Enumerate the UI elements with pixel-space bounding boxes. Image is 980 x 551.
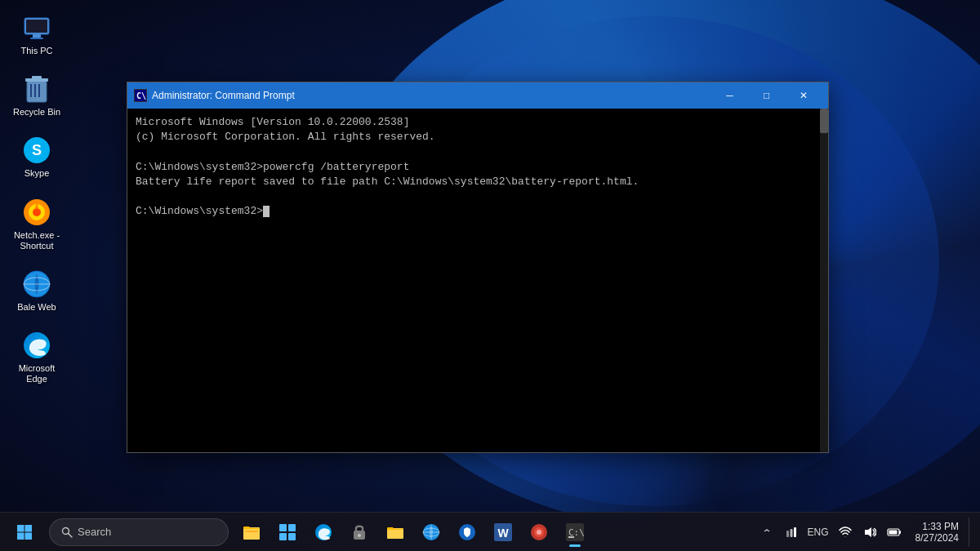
recycle-bin-icon [22, 74, 51, 104]
start-button[interactable] [10, 518, 39, 547]
svg-rect-29 [243, 527, 260, 540]
svg-rect-5 [30, 84, 32, 97]
desktop-icons-area: This PC Recycle Bin S [8, 8, 65, 390]
edge-label: Microsoft Edge [11, 363, 62, 384]
cmd-titlebar-icon: C\ [134, 89, 147, 102]
svg-text:C\: C\ [136, 91, 146, 100]
edge-icon [22, 331, 51, 360]
search-bar[interactable]: Search [49, 518, 229, 546]
this-pc-icon [22, 13, 51, 42]
tray-battery-icon[interactable] [883, 518, 906, 547]
svg-rect-57 [899, 531, 901, 534]
taskbar-app-red[interactable] [523, 516, 555, 549]
cmd-line-7: C:\Windows\system32> [136, 204, 820, 219]
desktop-icon-recycle-bin[interactable]: Recycle Bin [8, 69, 65, 122]
svg-point-14 [33, 208, 41, 216]
svg-rect-26 [25, 532, 33, 540]
tray-language[interactable]: ENG [804, 527, 832, 538]
svg-rect-50 [568, 536, 574, 538]
cmd-line-3 [136, 144, 820, 159]
taskbar-app-settings[interactable] [271, 516, 304, 549]
svg-rect-2 [33, 34, 41, 38]
netch-label: Netch.exe - Shortcut [11, 230, 62, 251]
taskbar-app-security[interactable] [343, 516, 376, 549]
system-tray: ENG [755, 518, 906, 547]
cmd-close-button[interactable]: ✕ [785, 82, 822, 109]
bale-web-icon [22, 269, 51, 299]
desktop-icon-bale-web[interactable]: Bale Web [8, 264, 65, 318]
cmd-line-5: Battery life report saved to file path C… [136, 175, 820, 189]
cmd-scrollbar-thumb [820, 109, 828, 133]
cmd-minimize-button[interactable]: ─ [711, 82, 748, 109]
cmd-line-4: C:\Windows\system32>powercfg /batteryrep… [136, 160, 820, 175]
cmd-title: Administrator: Command Prompt [152, 90, 711, 101]
search-icon [61, 527, 73, 538]
cmd-cursor [263, 206, 270, 217]
svg-point-47 [537, 530, 541, 535]
taskbar-right: ENG [749, 518, 980, 547]
svg-rect-6 [34, 84, 36, 97]
svg-text:S: S [32, 142, 42, 158]
taskbar-app-word[interactable]: W [487, 516, 519, 549]
desktop-icon-this-pc[interactable]: This PC [8, 8, 65, 61]
desktop-icon-netch[interactable]: Netch.exe - Shortcut [8, 193, 65, 256]
taskbar-app-edge[interactable] [307, 516, 340, 549]
taskbar-app-file-explorer[interactable] [235, 516, 268, 549]
cmd-titlebar[interactable]: C\ Administrator: Command Prompt ─ □ ✕ [127, 82, 828, 109]
taskbar-date: 8/27/2024 [915, 532, 959, 544]
datetime[interactable]: 1:33 PM 8/27/2024 [909, 521, 965, 544]
svg-rect-53 [794, 527, 796, 537]
cmd-window: C\ Administrator: Command Prompt ─ □ ✕ M… [127, 82, 829, 453]
taskbar-apps: W C:\ [235, 516, 591, 549]
cmd-maximize-button[interactable]: □ [748, 82, 785, 109]
svg-rect-34 [288, 533, 296, 540]
tray-network-icon[interactable] [780, 518, 803, 547]
svg-rect-25 [17, 532, 24, 540]
recycle-bin-label: Recycle Bin [13, 107, 60, 118]
tray-wifi-icon[interactable] [834, 518, 857, 547]
this-pc-label: This PC [20, 46, 52, 56]
skype-label: Skype [24, 168, 50, 179]
cmd-line-6 [136, 189, 820, 204]
desktop-icon-edge[interactable]: Microsoft Edge [8, 326, 65, 389]
bale-web-label: Bale Web [17, 302, 56, 313]
taskbar-app-cmd[interactable]: C:\ [559, 516, 591, 549]
skype-icon: S [22, 136, 51, 165]
svg-rect-51 [786, 531, 789, 537]
svg-rect-33 [279, 533, 287, 540]
taskbar-time: 1:33 PM [922, 521, 959, 532]
svg-rect-1 [26, 20, 47, 33]
tray-volume-icon[interactable] [858, 518, 881, 547]
svg-rect-32 [288, 524, 296, 531]
svg-rect-23 [17, 525, 24, 532]
taskbar-start-area [0, 518, 49, 547]
cmd-titlebar-buttons: ─ □ ✕ [711, 82, 822, 109]
taskbar-app-folder2[interactable] [379, 516, 412, 549]
svg-rect-52 [790, 529, 792, 537]
tray-chevron[interactable] [755, 518, 778, 547]
desktop: This PC Recycle Bin S [0, 0, 980, 551]
cmd-content[interactable]: Microsoft Windows [Version 10.0.22000.25… [127, 109, 828, 452]
cmd-line-1: Microsoft Windows [Version 10.0.22000.25… [136, 115, 820, 130]
taskbar-app-browser2[interactable] [415, 516, 448, 549]
cmd-scrollbar[interactable] [820, 109, 828, 452]
svg-rect-24 [25, 525, 33, 532]
taskbar: Search [0, 512, 980, 551]
svg-point-37 [358, 534, 361, 537]
svg-rect-30 [245, 531, 258, 532]
svg-line-28 [69, 533, 73, 537]
svg-marker-54 [865, 527, 871, 537]
svg-rect-4 [27, 81, 47, 102]
svg-rect-56 [889, 530, 897, 534]
svg-text:W: W [497, 527, 509, 540]
show-desktop-button[interactable] [969, 518, 973, 547]
search-label: Search [78, 526, 111, 538]
svg-rect-7 [38, 84, 40, 97]
desktop-icon-skype[interactable]: S Skype [8, 131, 65, 184]
svg-rect-3 [30, 38, 43, 39]
svg-rect-9 [32, 76, 42, 79]
netch-icon [22, 198, 51, 227]
cmd-line-2: (c) Microsoft Corporation. All rights re… [136, 130, 820, 144]
taskbar-app-vpn[interactable] [451, 516, 483, 549]
svg-rect-31 [279, 524, 287, 531]
